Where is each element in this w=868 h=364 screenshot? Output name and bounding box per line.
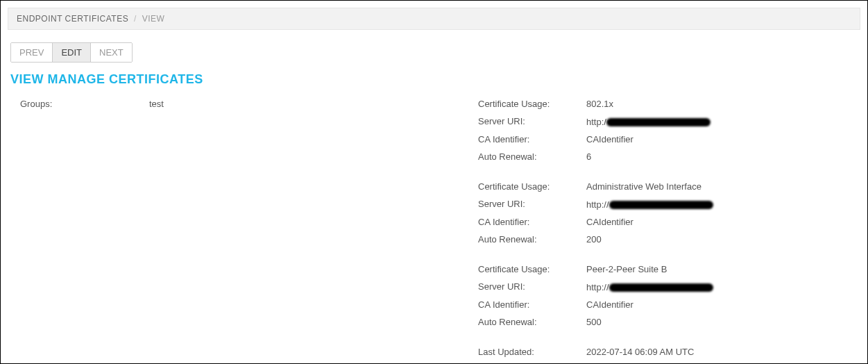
breadcrumb-sub: VIEW bbox=[142, 14, 165, 24]
toolbar: PREV EDIT NEXT bbox=[10, 42, 133, 63]
redacted-uri bbox=[609, 201, 713, 209]
prev-button[interactable]: PREV bbox=[11, 43, 53, 62]
auto-renewal-label: Auto Renewal: bbox=[468, 234, 586, 245]
ca-identifier-label: CA Identifier: bbox=[468, 217, 586, 227]
ca-identifier-value: CAIdentifier bbox=[586, 299, 858, 310]
ca-identifier-value: CAIdentifier bbox=[586, 217, 858, 227]
redacted-uri bbox=[606, 118, 710, 126]
breadcrumb-main[interactable]: ENDPOINT CERTIFICATES bbox=[17, 14, 128, 24]
auto-renewal-value: 6 bbox=[586, 151, 858, 162]
auto-renewal-row: Auto Renewal: 200 bbox=[468, 231, 858, 248]
auto-renewal-label: Auto Renewal: bbox=[468, 151, 586, 162]
server-uri-value: http:// bbox=[586, 281, 858, 292]
server-uri-label: Server URI: bbox=[468, 199, 586, 210]
ca-identifier-value: CAIdentifier bbox=[586, 134, 858, 144]
cert-usage-row: Certificate Usage: 802.1x bbox=[468, 95, 858, 113]
edit-button[interactable]: EDIT bbox=[53, 43, 91, 62]
next-button[interactable]: NEXT bbox=[91, 43, 132, 62]
last-updated-label: Last Updated: bbox=[468, 347, 586, 357]
server-uri-row: Server URI: http:// bbox=[468, 195, 858, 213]
breadcrumb: ENDPOINT CERTIFICATES / VIEW bbox=[8, 8, 860, 30]
auto-renewal-row: Auto Renewal: 500 bbox=[468, 313, 858, 331]
cert-usage-value: Peer-2-Peer Suite B bbox=[586, 264, 858, 274]
cert-usage-row: Certificate Usage: Peer-2-Peer Suite B bbox=[468, 260, 858, 278]
server-uri-value: http:// bbox=[586, 199, 858, 210]
ca-identifier-label: CA Identifier: bbox=[468, 134, 586, 144]
server-uri-row: Server URI: http:/ bbox=[468, 113, 858, 131]
cert-usage-label: Certificate Usage: bbox=[468, 99, 586, 109]
groups-label: Groups: bbox=[10, 99, 149, 109]
page-title: VIEW MANAGE CERTIFICATES bbox=[10, 72, 867, 87]
ca-identifier-row: CA Identifier: CAIdentifier bbox=[468, 213, 858, 231]
last-updated-row: Last Updated: 2022-07-14 06:09 AM UTC bbox=[468, 343, 858, 361]
groups-value: test bbox=[149, 99, 468, 109]
ca-identifier-row: CA Identifier: CAIdentifier bbox=[468, 131, 858, 148]
cert-usage-label: Certificate Usage: bbox=[468, 264, 586, 274]
uri-prefix: http:// bbox=[586, 282, 609, 292]
cert-usage-value: 802.1x bbox=[586, 99, 858, 109]
auto-renewal-value: 500 bbox=[586, 317, 858, 327]
server-uri-label: Server URI: bbox=[468, 281, 586, 292]
cert-usage-value: Administrative Web Interface bbox=[586, 181, 858, 192]
cert-usage-row: Certificate Usage: Administrative Web In… bbox=[468, 178, 858, 195]
server-uri-value: http:/ bbox=[586, 116, 858, 127]
redacted-uri bbox=[609, 283, 713, 292]
ca-identifier-row: CA Identifier: CAIdentifier bbox=[468, 296, 858, 313]
breadcrumb-separator: / bbox=[134, 14, 137, 24]
server-uri-row: Server URI: http:// bbox=[468, 278, 858, 296]
auto-renewal-value: 200 bbox=[586, 234, 858, 245]
server-uri-label: Server URI: bbox=[468, 116, 586, 127]
groups-row: Groups: test bbox=[10, 95, 468, 113]
content: Groups: test Certificate Usage: 802.1x S… bbox=[1, 95, 867, 361]
right-column: Certificate Usage: 802.1x Server URI: ht… bbox=[468, 95, 858, 361]
auto-renewal-row: Auto Renewal: 6 bbox=[468, 148, 858, 165]
uri-prefix: http:// bbox=[586, 199, 609, 210]
last-updated-value: 2022-07-14 06:09 AM UTC bbox=[586, 347, 858, 357]
left-column: Groups: test bbox=[10, 95, 468, 361]
ca-identifier-label: CA Identifier: bbox=[468, 299, 586, 310]
uri-prefix: http:/ bbox=[586, 117, 606, 127]
auto-renewal-label: Auto Renewal: bbox=[468, 317, 586, 327]
cert-usage-label: Certificate Usage: bbox=[468, 181, 586, 192]
